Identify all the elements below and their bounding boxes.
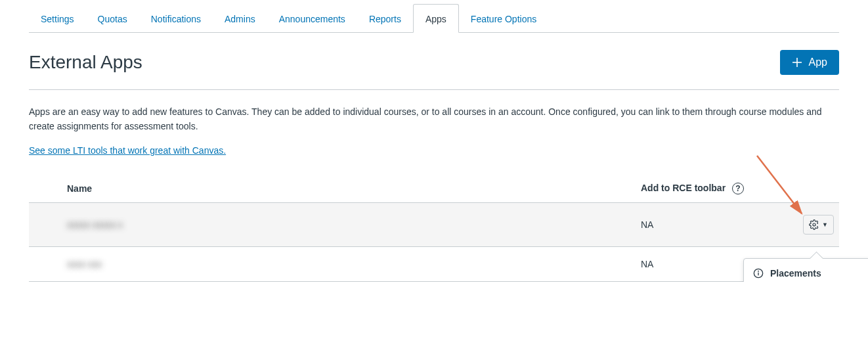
app-name-cell: xxxx xxx (67, 259, 102, 269)
header-name: Name (29, 175, 636, 203)
tab-apps[interactable]: Apps (413, 4, 459, 33)
table-row: xxxxx xxxxx x NA ▼ (29, 203, 839, 247)
tab-notifications[interactable]: Notifications (139, 5, 213, 32)
page-header: External Apps App (29, 50, 839, 90)
add-app-label: App (809, 56, 827, 68)
svg-point-2 (813, 223, 815, 226)
app-actions-button[interactable]: ▼ (803, 215, 834, 235)
intro-text: Apps are an easy way to add new features… (29, 104, 839, 134)
add-app-button[interactable]: App (780, 50, 839, 75)
tab-admins[interactable]: Admins (213, 5, 267, 32)
settings-tabs: Settings Quotas Notifications Admins Ann… (29, 0, 839, 33)
app-actions-menu: Placements Deployment Id Delete (743, 258, 868, 282)
intro-block: Apps are an easy way to add new features… (29, 104, 839, 158)
svg-point-6 (758, 271, 759, 272)
info-icon (753, 268, 764, 279)
apps-table: Name Add to RCE toolbar ? xxxxx xxxxx x … (29, 175, 839, 282)
tab-quotas[interactable]: Quotas (86, 5, 139, 32)
caret-down-icon: ▼ (822, 221, 828, 228)
page-title: External Apps (29, 52, 142, 73)
menu-placements-label: Placements (770, 268, 821, 279)
app-name-cell: xxxxx xxxxx x (67, 219, 123, 230)
help-icon[interactable]: ? (732, 183, 744, 194)
lti-tools-link[interactable]: See some LTI tools that work great with … (29, 145, 226, 156)
tab-announcements[interactable]: Announcements (267, 5, 357, 32)
app-rce-cell: NA (636, 203, 767, 247)
header-rce-label: Add to RCE toolbar (641, 183, 726, 193)
table-row: xxxx xxx NA (29, 247, 839, 282)
plus-icon (792, 57, 802, 68)
gear-icon (809, 219, 819, 230)
tab-reports[interactable]: Reports (357, 5, 413, 32)
tab-settings[interactable]: Settings (29, 5, 86, 32)
tab-feature-options[interactable]: Feature Options (459, 5, 548, 32)
header-actions (767, 175, 839, 203)
menu-placements[interactable]: Placements (744, 263, 868, 282)
header-rce: Add to RCE toolbar ? (636, 175, 767, 203)
